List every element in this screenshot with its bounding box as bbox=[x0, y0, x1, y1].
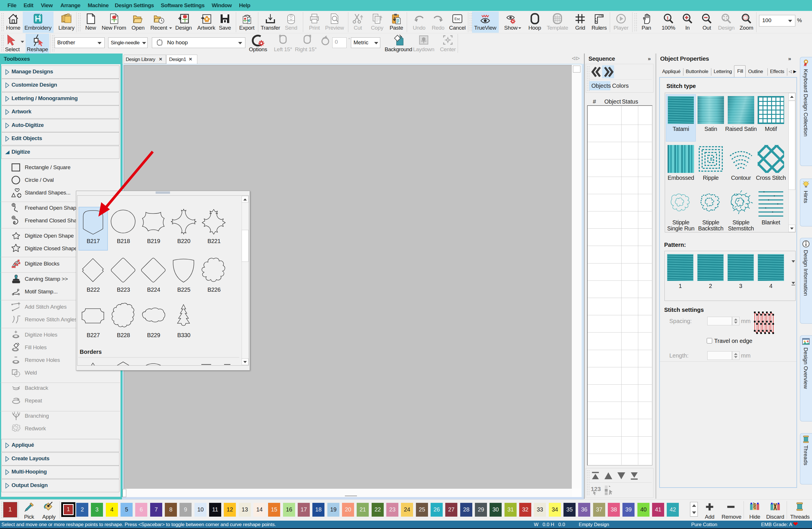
svg-text:123: 123 bbox=[591, 486, 601, 492]
svg-text:1: 1 bbox=[666, 15, 669, 21]
svg-text:Esc: Esc bbox=[454, 17, 460, 21]
